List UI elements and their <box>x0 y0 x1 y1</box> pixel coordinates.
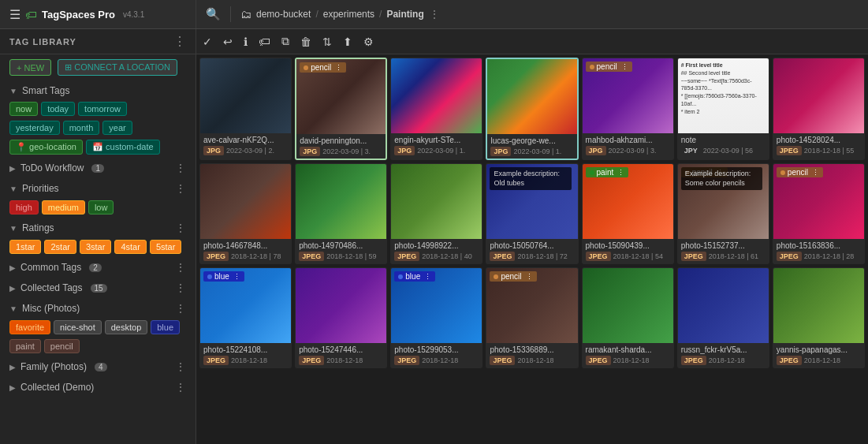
file-card-16[interactable]: blue ⋮ photo-15299053... JPEG 2018-12-18 <box>390 267 482 368</box>
file-meta: JPEG 2018-12-18 <box>586 356 670 365</box>
family-more[interactable]: ⋮ <box>175 360 186 373</box>
tag-now[interactable]: now <box>9 102 38 116</box>
family-photos-section[interactable]: ▶ Family (Photos) 4 ⋮ <box>0 356 196 376</box>
collected-tags-chevron: ▶ <box>9 284 16 293</box>
file-name: photo-15336889... <box>490 345 574 354</box>
tag-1star[interactable]: 1star <box>9 240 41 254</box>
collected-tags-section[interactable]: ▶ Collected Tags 15 ⋮ <box>0 277 196 297</box>
file-type: JPEG <box>203 356 229 365</box>
collected-demo-section[interactable]: ▶ Collected (Demo) ⋮ <box>0 376 196 397</box>
file-card-17[interactable]: pencil ⋮ photo-15336889... JPEG 2018-12-… <box>486 267 578 368</box>
file-card-11[interactable]: paint ⋮ photo-15090439... JPEG 2018-12-1… <box>582 163 674 264</box>
todo-more[interactable]: ⋮ <box>175 162 186 174</box>
file-type: JPEG <box>394 252 419 261</box>
file-card-8[interactable]: photo-14970486... JPEG 2018-12-18 | 59 <box>295 163 387 264</box>
tag-medium[interactable]: medium <box>42 200 85 215</box>
connect-location-button[interactable]: ⊞ CONNECT A LOCATION <box>58 59 177 76</box>
tag-5star[interactable]: 5star <box>150 240 181 254</box>
tag-custom-date[interactable]: 📅 custom-date <box>86 140 160 155</box>
misc-more[interactable]: ⋮ <box>175 302 186 315</box>
tool-back[interactable]: ↩ <box>223 35 233 48</box>
tag-desktop[interactable]: desktop <box>105 320 148 334</box>
file-type: JPEG <box>586 252 611 261</box>
file-card-2[interactable]: engin-akyurt-STe... JPG 2022-03-09 | 1. <box>390 58 482 160</box>
folder-1[interactable]: experiments <box>323 9 374 20</box>
tag-3star[interactable]: 3star <box>80 240 111 254</box>
file-card-19[interactable]: russn_fckr-krV5a... JPEG 2018-12-18 <box>677 267 769 368</box>
file-card-4[interactable]: pencil ⋮ mahbod-akhzami... JPG 2022-03-0… <box>582 58 674 160</box>
tool-select[interactable]: ✓ <box>203 35 212 48</box>
file-type: JPG <box>586 146 606 155</box>
bucket-dropdown[interactable]: demo-bucket <box>256 9 311 20</box>
folder-2[interactable]: Painting <box>386 9 423 20</box>
tool-copy[interactable]: ⧉ <box>281 35 289 48</box>
common-tags-section[interactable]: ▶ Common Tags 2 ⋮ <box>0 256 196 277</box>
tag-nice-shot[interactable]: nice-shot <box>54 320 102 334</box>
tag-today[interactable]: today <box>41 102 75 116</box>
file-card-15[interactable]: photo-15247446... JPEG 2018-12-18 <box>295 267 387 368</box>
tag-year[interactable]: year <box>102 121 132 135</box>
tool-tag[interactable]: 🏷 <box>259 35 270 48</box>
file-card-13[interactable]: pencil ⋮ photo-15163836... JPEG 2018-12-… <box>773 163 865 264</box>
sidebar-more-icon[interactable]: ⋮ <box>173 34 186 49</box>
file-tag-overlay: blue ⋮ <box>203 271 244 282</box>
menu-toggle[interactable]: ☰ 🏷 TagSpaces Pro v4.3.1 <box>0 0 196 28</box>
tag-2star[interactable]: 2star <box>44 240 76 254</box>
file-card-14[interactable]: blue ⋮ photo-15224108... JPEG 2018-12-18 <box>199 267 292 368</box>
tag-yesterday[interactable]: yesterday <box>9 121 60 135</box>
file-card-0[interactable]: ave-calvar-nKF2Q... JPG 2022-03-09 | 2. <box>199 58 292 160</box>
menu-icon[interactable]: ☰ <box>9 7 20 22</box>
file-card-10[interactable]: Example description: Old tubes photo-150… <box>486 163 578 264</box>
tag-pencil[interactable]: pencil <box>44 339 80 353</box>
file-type: JPEG <box>490 356 515 365</box>
tool-sort[interactable]: ⇅ <box>322 35 332 48</box>
file-date: 2018-12-18 | 28 <box>804 252 854 260</box>
file-name: lucas-george-we... <box>490 136 573 145</box>
smart-tags-section[interactable]: ▼ Smart Tags <box>0 80 196 99</box>
priorities-section[interactable]: ▼ Priorities ⋮ <box>0 177 196 198</box>
tag-favorite[interactable]: favorite <box>9 320 50 334</box>
file-date: 2018-12-18 <box>517 356 553 364</box>
ratings-section[interactable]: ▼ Ratings ⋮ <box>0 217 196 237</box>
file-card-12[interactable]: pencil ⋮ Example description: Some color… <box>677 163 769 264</box>
file-card-20[interactable]: yannis-papanagas... JPEG 2018-12-18 <box>773 267 865 368</box>
tag-4star[interactable]: 4star <box>114 240 146 254</box>
tag-paint[interactable]: paint <box>9 339 41 353</box>
tag-month[interactable]: month <box>63 121 100 135</box>
breadcrumb-more[interactable]: ⋮ <box>429 8 440 21</box>
file-card-6[interactable]: photo-14528024... JPEG 2018-12-18 | 55 <box>773 58 865 160</box>
smart-tags-row: now today tomorrow <box>0 99 196 118</box>
file-card-1[interactable]: pencil ⋮ david-pennington... JPG 2022-03… <box>295 58 387 160</box>
tool-delete[interactable]: 🗑 <box>300 35 311 48</box>
common-tags-label: Common Tags <box>20 262 81 273</box>
collected-tags-more[interactable]: ⋮ <box>175 282 186 294</box>
tag-tomorrow[interactable]: tomorrow <box>78 102 127 116</box>
file-card-18[interactable]: ramakant-sharda... JPEG 2018-12-18 <box>582 267 674 368</box>
file-date: 2022-03-09 | 56 <box>703 147 753 155</box>
new-button[interactable]: + NEW <box>9 59 51 76</box>
file-card-3[interactable]: lucas-george-we... JPG 2022-03-09 | 1. <box>486 58 578 160</box>
tool-info[interactable]: ℹ <box>244 35 248 48</box>
ratings-more[interactable]: ⋮ <box>175 222 186 234</box>
collected-demo-label: Collected (Demo) <box>20 382 94 393</box>
tag-low[interactable]: low <box>88 200 114 215</box>
collected-demo-more[interactable]: ⋮ <box>175 381 186 394</box>
common-tags-more[interactable]: ⋮ <box>175 261 186 274</box>
tag-blue[interactable]: blue <box>151 320 180 334</box>
search-icon[interactable]: 🔍 <box>206 7 221 21</box>
tool-upload[interactable]: ⬆ <box>343 35 352 48</box>
file-card-5[interactable]: # First level title ## Second level titl… <box>677 58 769 160</box>
file-info: photo-14528024... JPEG 2018-12-18 | 55 <box>773 133 864 158</box>
family-chevron: ▶ <box>9 363 16 371</box>
tag-high[interactable]: high <box>9 200 39 215</box>
common-tags-chevron: ▶ <box>9 263 16 272</box>
tag-geo-location[interactable]: 📍 geo-location <box>9 140 83 155</box>
priorities-more[interactable]: ⋮ <box>175 182 186 195</box>
file-date: 2018-12-18 | 61 <box>709 252 758 260</box>
file-meta: JPG 2022-03-09 | 1. <box>490 147 573 156</box>
misc-photos-section[interactable]: ▼ Misc (Photos) ⋮ <box>0 297 196 318</box>
todo-workflow-section[interactable]: ▶ ToDo Workflow 1 ⋮ <box>0 157 196 177</box>
tool-settings[interactable]: ⚙ <box>363 35 374 48</box>
file-card-7[interactable]: photo-14667848... JPEG 2018-12-18 | 78 <box>199 163 292 264</box>
file-card-9[interactable]: photo-14998922... JPEG 2018-12-18 | 40 <box>390 163 482 264</box>
